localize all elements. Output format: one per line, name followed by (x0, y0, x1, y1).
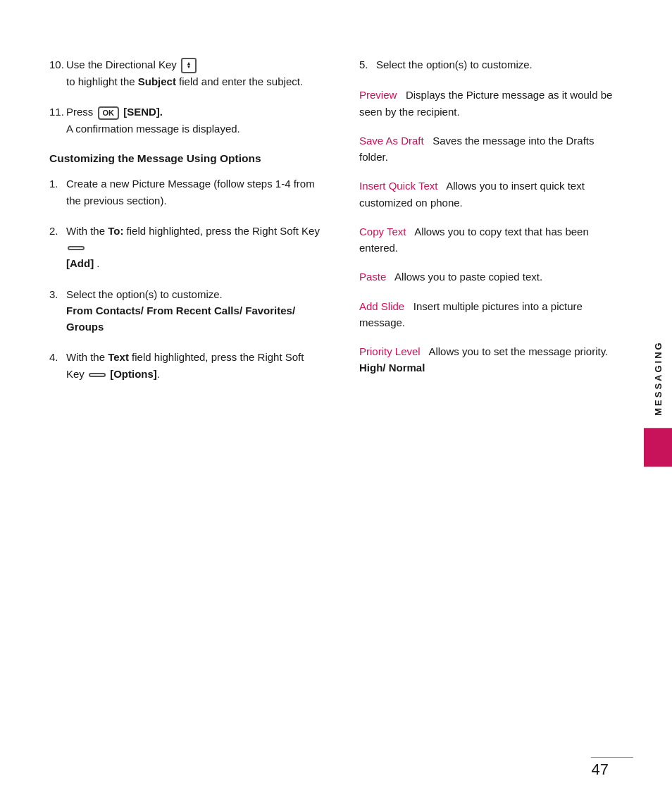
entry-save-as-draft: Save As Draft Saves the message into the… (359, 133, 613, 166)
divider-line (591, 757, 633, 758)
entry-priority-level: Priority Level Allows you to set the mes… (359, 343, 613, 376)
step-10-number: 10. (49, 56, 66, 90)
step-11-text-before: Press (66, 106, 93, 118)
step-10-text-after: to highlight the (66, 75, 135, 87)
entry-insert-quick-text-space (441, 180, 444, 192)
step-11-content: Press OK [SEND]. A confirmation message … (66, 104, 324, 137)
directional-key-icon (181, 58, 197, 73)
step-10: 10. Use the Directional Key to highlight… (49, 56, 324, 90)
step-4-options: [Options] (110, 368, 157, 380)
entry-save-as-draft-space (427, 135, 430, 147)
right-soft-key-icon (68, 246, 85, 250)
step-10-bold: Subject (138, 75, 176, 87)
step-4-text-before: With the (66, 351, 105, 363)
step-2-text-end: . (97, 257, 99, 269)
step-2-bold2: [Add] (66, 257, 94, 269)
entry-priority-level-bold: High/ Normal (359, 362, 425, 374)
step-5-content: Select the option(s) to customize. (376, 56, 613, 73)
right-soft-key-options-icon (89, 373, 106, 377)
step-4-bold1: Text (108, 351, 129, 363)
step-5: 5. Select the option(s) to customize. (359, 56, 613, 73)
entry-preview: Preview Displays the Picture message as … (359, 87, 613, 120)
step-3-text1: Select the option(s) to customize. (66, 288, 223, 300)
entry-paste: Paste Allows you to paste copied text. (359, 269, 613, 285)
step-3: 3. Select the option(s) to customize. Fr… (49, 286, 324, 335)
step-4-text-end: . (157, 368, 160, 380)
step-4-number: 4. (49, 349, 66, 382)
page-number: 47 (592, 760, 609, 779)
step-11: 11. Press OK [SEND]. A confirmation mess… (49, 104, 324, 137)
entry-priority-level-space (423, 345, 426, 357)
step-2: 2. With the To: field highlighted, press… (49, 223, 324, 272)
entry-insert-quick-text-label: Insert Quick Text (359, 180, 437, 192)
entry-insert-quick-text: Insert Quick Text Allows you to insert q… (359, 178, 613, 211)
entry-copy-text-space (409, 226, 412, 238)
step-10-text-before: Use the Directional Key (66, 58, 177, 70)
page-container: 10. Use the Directional Key to highlight… (0, 0, 672, 807)
ok-key-icon: OK (98, 106, 120, 120)
step-2-bold1: To: (108, 225, 123, 237)
step-10-content: Use the Directional Key to highlight the… (66, 56, 324, 90)
entry-priority-level-desc: Allows you to set the message priority. (428, 345, 608, 357)
entry-paste-space (390, 271, 392, 283)
sidebar-text: MESSAGING (653, 340, 664, 415)
entry-preview-space (400, 89, 403, 101)
entry-copy-text: Copy Text Allows you to copy text that h… (359, 223, 613, 257)
step-1-number: 1. (49, 175, 66, 209)
section-heading: Customizing the Message Using Options (49, 151, 324, 166)
step-1-content: Create a new Picture Message (follow ste… (66, 175, 324, 209)
entry-preview-desc: Displays the Picture message as it would… (359, 89, 612, 117)
step-11-line2: A confirmation message is displayed. (66, 123, 240, 135)
entry-paste-label: Paste (359, 271, 386, 283)
right-column: 5. Select the option(s) to customize. Pr… (345, 56, 613, 765)
content-area: 10. Use the Directional Key to highlight… (0, 0, 672, 807)
step-11-send: [SEND]. (123, 106, 163, 118)
step-2-text-mid: field highlighted, press the Right Soft … (127, 225, 320, 237)
entry-priority-level-label: Priority Level (359, 345, 421, 357)
entry-copy-text-label: Copy Text (359, 226, 406, 238)
entry-add-slide: Add Slide Insert multiple pictures into … (359, 298, 613, 331)
step-3-content: Select the option(s) to customize. From … (66, 286, 324, 335)
entry-add-slide-label: Add Slide (359, 300, 404, 312)
step-4-content: With the Text field highlighted, press t… (66, 349, 324, 382)
sidebar: MESSAGING (644, 340, 672, 467)
step-5-number: 5. (359, 56, 376, 73)
step-4: 4. With the Text field highlighted, pres… (49, 349, 324, 382)
step-3-number: 3. (49, 286, 66, 335)
entry-save-as-draft-label: Save As Draft (359, 135, 424, 147)
entry-preview-label: Preview (359, 89, 397, 101)
step-10-text-end: field and enter the subject. (179, 75, 303, 87)
step-2-number: 2. (49, 223, 66, 272)
step-2-text-before: With the (66, 225, 105, 237)
step-3-bold: From Contacts/ From Recent Calls/ Favori… (66, 304, 295, 333)
step-2-content: With the To: field highlighted, press th… (66, 223, 324, 272)
step-1: 1. Create a new Picture Message (follow … (49, 175, 324, 209)
entry-paste-desc: Allows you to paste copied text. (394, 271, 542, 283)
sidebar-bar (644, 428, 672, 467)
left-column: 10. Use the Directional Key to highlight… (49, 56, 345, 765)
step-11-number: 11. (49, 104, 66, 137)
entry-add-slide-space (407, 300, 410, 312)
